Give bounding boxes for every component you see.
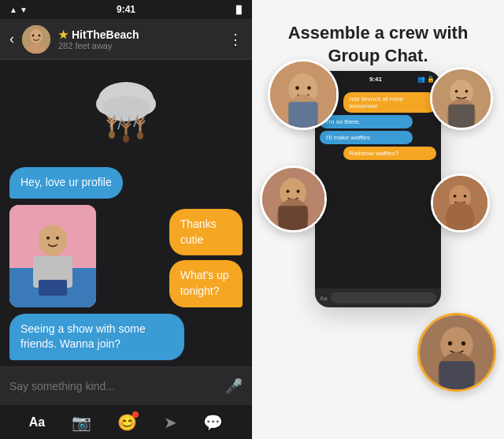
svg-point-13 [109,131,115,139]
phone-message: I'll make waffles [320,131,413,144]
back-button[interactable]: ‹ [9,31,14,47]
svg-point-66 [461,341,465,345]
phone-message: ride brunch at mine tomorrow! [343,92,436,113]
chat-header: ‹ ★ HitTheBeach 282 feet away ⋮ [0,19,252,60]
person-photo-4 [433,176,487,230]
phone-input-bar [331,292,436,303]
message-input[interactable] [9,380,219,392]
chat-input-area: 🎤 [0,366,252,404]
photo-and-replies: Thanks cutie What's up tonight? [9,205,243,307]
svg-point-49 [465,90,469,93]
svg-point-39 [56,236,59,240]
photo-placeholder [9,205,96,307]
svg-point-42 [295,86,299,90]
received-message: Hey, love ur profile [9,167,123,199]
svg-point-60 [454,195,457,198]
signal-icon: ▲ [9,6,17,14]
photo-message [9,205,96,307]
svg-point-54 [286,190,289,193]
svg-point-48 [455,90,458,93]
svg-point-43 [307,86,311,90]
svg-point-38 [46,236,50,240]
person-photo-5 [420,315,494,389]
svg-point-3 [32,34,35,36]
right-panel: Assemble a crew with Group Chat. [252,0,504,439]
svg-point-4 [39,34,41,36]
chat-messages: Hey, love ur profile [0,60,252,366]
svg-point-25 [137,132,143,140]
header-info: ★ HitTheBeach 282 feet away [58,28,220,50]
sent-message: Thanks cutie [169,209,243,255]
mic-icon[interactable]: 🎤 [225,378,243,395]
emoji-icon[interactable]: 😊 [117,413,137,432]
svg-rect-37 [39,280,67,296]
message-row: Seeing a show with some friends. Wanna j… [9,314,243,360]
chat-bubble-icon[interactable]: 💬 [203,413,223,432]
sticker-message [9,76,243,154]
person-photo-3 [262,168,324,230]
svg-rect-68 [439,361,474,389]
notification-badge [132,411,139,418]
profile-circle-bottom-right [417,313,496,392]
title-text: Assemble a crew with Group Chat. [288,22,469,67]
contact-name: ★ HitTheBeach [58,28,220,41]
star-icon: ★ [58,28,69,41]
menu-button[interactable]: ⋮ [228,31,243,48]
profile-circle-mid-left [260,166,327,233]
status-time: 9:41 [117,4,135,15]
avatar-image [22,25,50,54]
phone-message: Rainbow waffles? [343,147,436,160]
message-row: Hey, love ur profile [9,167,243,199]
sent-replies: Thanks cutie What's up tonight? [129,209,243,307]
left-panel: ▲ ▼ 9:41 ▉ ‹ ★ HitT [0,0,252,439]
phone-bottom-bar: Aa [315,288,441,307]
status-bar: ▲ ▼ 9:41 ▉ [0,0,252,19]
svg-point-62 [446,202,475,233]
profile-circle-mid-right [431,173,490,233]
svg-point-65 [448,341,452,345]
svg-rect-45 [288,102,317,128]
text-format-icon[interactable]: Aa [29,415,45,430]
send-icon[interactable]: ➤ [164,413,177,432]
phone-aa-label: Aa [320,295,328,302]
right-title: Assemble a crew with Group Chat. [272,0,484,80]
svg-point-55 [296,190,299,193]
svg-point-1 [30,29,43,43]
svg-point-33 [39,225,67,256]
svg-rect-51 [448,104,474,128]
contact-distance: 282 feet away [58,41,220,50]
svg-point-19 [123,135,129,143]
avatar [22,25,50,54]
svg-rect-57 [278,206,307,230]
received-message: Seeing a show with some friends. Wanna j… [9,314,184,360]
camera-icon[interactable]: 📷 [72,413,91,432]
battery-icon: ▉ [236,6,243,14]
svg-point-61 [464,195,467,198]
sent-message: What's up tonight? [169,260,243,307]
wifi-icon: ▼ [20,6,28,14]
bottom-toolbar: Aa 📷 😊 ➤ 💬 [0,404,252,439]
